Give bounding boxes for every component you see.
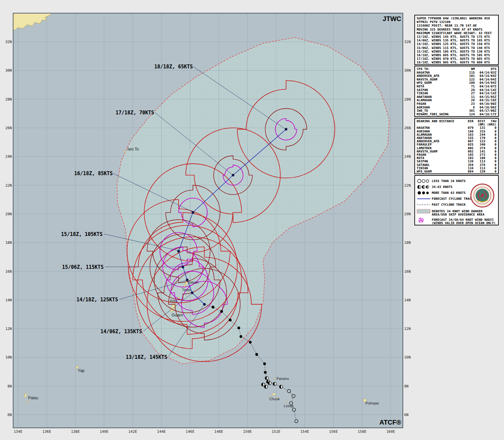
radii-icon bbox=[417, 218, 432, 223]
cpa-rows: HAGATNA11504/14/03ZANDERSEN_AFB10104/14/… bbox=[417, 71, 496, 116]
lat-label-right: 16N bbox=[404, 269, 411, 274]
lat-label-left: 18N bbox=[5, 241, 12, 245]
warning-line: 16/18Z, WINDS 085 KTS, GUSTS TO 105 KTS bbox=[417, 53, 496, 57]
lon-label: 158E bbox=[358, 429, 366, 434]
lat-label-left: 16N bbox=[5, 269, 12, 274]
lat-label-right: 22N bbox=[404, 183, 411, 188]
bearing-distance-panel: BEARING AND DISTANCE DIR DIST TAU (NM) (… bbox=[414, 118, 499, 174]
warning-line: 17/18Z, WINDS 070 KTS, GUSTS TO 085 KTS bbox=[417, 57, 496, 60]
past-fix-over63kt bbox=[220, 310, 223, 313]
circles-half bbox=[417, 185, 432, 190]
lat-label-right: 6N bbox=[404, 413, 408, 417]
cyclone-forecast-map: 134E136E138E140E142E144E146E148E150E152E… bbox=[0, 0, 414, 440]
legend-item: FORECAST 34/50/64 KNOT WIND RADII(WINDS … bbox=[417, 218, 496, 225]
past-fix-under34kt bbox=[295, 420, 298, 423]
cpa-title: CPA TO: bbox=[417, 67, 464, 71]
bearing-row: WFO_GUAM0841290 bbox=[417, 170, 496, 173]
bearing-dist: 129 bbox=[473, 170, 485, 173]
legend-label-line: (WINDS VALID OVER OPEN OCEAN ONLY) bbox=[432, 221, 495, 225]
bearing-site: WFO_GUAM bbox=[417, 170, 464, 173]
past-fix-over63kt bbox=[211, 306, 214, 309]
cpa-row: MINAMI_TORI_SHIMA12404/18/17Z bbox=[417, 113, 496, 116]
warning-line: 13/18Z, WINDS 145 KTS, GUSTS TO 175 KTS bbox=[417, 35, 496, 38]
island-iwo-to bbox=[124, 151, 126, 152]
past-fix-over63kt bbox=[255, 353, 258, 356]
cpa-col-nm: NM bbox=[464, 67, 475, 71]
warning-line: 15/18Z, WINDS 105 KTS, GUSTS TO 130 KTS bbox=[417, 50, 496, 53]
place-label-iwo-to: Iwo To bbox=[127, 147, 139, 151]
cpa-site: ROTA bbox=[417, 85, 464, 88]
callout-label: 15/18Z, 105KTS bbox=[61, 231, 102, 237]
lon-label: 148E bbox=[214, 429, 223, 434]
warning-text-panel: SUPER TYPHOON 04W (SINLAKU) WARNING #20W… bbox=[414, 15, 499, 65]
lon-label: 134E bbox=[14, 429, 23, 434]
jtwc-seal bbox=[470, 183, 495, 208]
legend-label-line: PAST CYCLONE TRACK bbox=[432, 203, 466, 206]
island-fananu bbox=[274, 378, 275, 379]
lat-label-left: 24N bbox=[5, 154, 12, 159]
cpa-dtg: 04/16/00Z bbox=[475, 102, 496, 106]
cpa-dtg: 04/18/17Z bbox=[475, 113, 496, 116]
lon-label: 146E bbox=[186, 429, 195, 434]
lat-label-right: 14N bbox=[404, 298, 411, 302]
past-fix-over63kt bbox=[239, 335, 242, 338]
warning-line: 14/18Z, WINDS 125 KTS, GUSTS TO 150 KTS bbox=[417, 42, 496, 46]
cpa-nm: 71 bbox=[464, 85, 475, 88]
cpa-header: CPA TO: NM DTG bbox=[417, 67, 496, 71]
lon-label: 150E bbox=[243, 429, 252, 434]
jtwc-warning-graphic: 134E136E138E140E142E144E146E148E150E152E… bbox=[0, 0, 504, 440]
warning-line: 131800Z POSIT: NEAR 13.7N 147.0E bbox=[417, 24, 496, 27]
cpa-row: PAGAN2304/16/00Z bbox=[417, 102, 496, 106]
lat-label-right: 12N bbox=[404, 327, 411, 331]
place-label-palau: Palau bbox=[28, 396, 38, 400]
past-fix-over63kt bbox=[229, 319, 232, 322]
forecast-point-1506Z bbox=[182, 266, 184, 268]
callout-label: 15/06Z, 115KTS bbox=[62, 264, 103, 270]
cpa-panel: CPA TO: NM DTG HAGATNA11504/14/03ZANDERS… bbox=[414, 66, 499, 117]
cpa-nm: 23 bbox=[464, 102, 475, 106]
lat-label-left: 14N bbox=[5, 298, 12, 302]
lat-label-right: 18N bbox=[404, 241, 411, 245]
past-fix-under34kt bbox=[287, 389, 291, 393]
lat-label-left: 6N bbox=[8, 413, 12, 417]
lon-label: 154E bbox=[300, 429, 309, 434]
lon-label: 138E bbox=[71, 429, 80, 434]
island-chuuk-1 bbox=[273, 393, 275, 396]
lat-label-right: 32N bbox=[404, 40, 411, 44]
agency-label: JTWC bbox=[383, 15, 401, 22]
lat-label-right: 10N bbox=[404, 355, 411, 359]
cpa-col-dtg: DTG bbox=[475, 67, 496, 71]
past-fix-over63kt bbox=[237, 327, 240, 330]
warning-line: 18/18Z, WINDS 065 KTS, GUSTS TO 080 KTS bbox=[417, 60, 496, 64]
lon-label: 142E bbox=[128, 429, 137, 434]
legend-label-line: FORECAST CYCLONE TRACK bbox=[432, 197, 473, 200]
legend-label: PAST CYCLONE TRACK bbox=[432, 202, 466, 206]
legend-label: LESS THAN 34 KNOTS bbox=[432, 179, 466, 183]
lat-label-right: 24N bbox=[404, 154, 411, 159]
callout-label: 18/18Z, 65KTS bbox=[154, 64, 193, 70]
lon-label: 140E bbox=[100, 429, 109, 434]
callout-label: 17/18Z, 70KTS bbox=[116, 110, 154, 116]
forecast-point-1318Z bbox=[203, 303, 206, 306]
legend-label: FORECAST CYCLONE TRACK bbox=[432, 197, 473, 200]
warning-line: 15/06Z, WINDS 115 KTS, GUSTS TO 140 KTS bbox=[417, 46, 496, 50]
lat-label-left: 28N bbox=[5, 97, 12, 102]
warning-line: WTPN31 PGTW 132100 bbox=[417, 20, 496, 24]
bearing-rows: HAGATNA0791310AGRIHAN1663150ALAMAGAN1632… bbox=[417, 126, 496, 173]
bearing-col-dir: DIR bbox=[464, 120, 473, 123]
legend-label-line: MORE THAN 63 KNOTS bbox=[432, 191, 466, 195]
legend-label: DENOTES 34 KNOT WIND DANGERAREA/USN SHIP… bbox=[432, 209, 484, 216]
lat-label-right: 20N bbox=[404, 212, 411, 216]
legend-label-line: 34-63 KNOTS bbox=[432, 185, 452, 189]
lat-label-left: 30N bbox=[5, 68, 12, 73]
lat-label-right: 26N bbox=[404, 126, 411, 130]
cpa-nm: 124 bbox=[464, 113, 475, 116]
callout-label: 14/18Z, 125KTS bbox=[77, 297, 118, 303]
place-label-losap: Losap bbox=[284, 404, 294, 408]
warning-line: MOVING 325 DEGREES TRUE AT 07 KNOTS bbox=[417, 28, 496, 31]
circles-filled bbox=[417, 191, 432, 196]
cpa-dtg: 04/14/07Z bbox=[475, 85, 496, 88]
lat-label-right: 8N bbox=[404, 384, 408, 388]
bearing-dir: 084 bbox=[464, 170, 473, 173]
lon-label: 160E bbox=[386, 429, 395, 434]
